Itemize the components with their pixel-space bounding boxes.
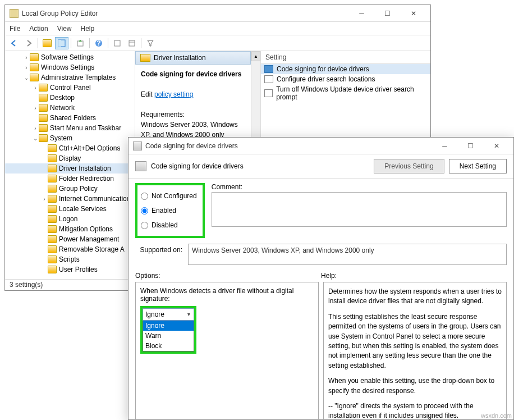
- setting-row[interactable]: Configure driver search locations: [261, 74, 430, 84]
- tree-item[interactable]: Shared Folders: [5, 113, 135, 123]
- tree-item[interactable]: Display: [5, 153, 135, 163]
- radio-enabled-label: Enabled: [152, 207, 176, 214]
- minimize-button[interactable]: ─: [349, 6, 374, 21]
- folder-icon: [48, 205, 57, 213]
- tree-item[interactable]: Locale Services: [5, 204, 135, 214]
- setting-row[interactable]: Turn off Windows Update device driver se…: [261, 84, 430, 102]
- dropdown-item-ignore[interactable]: Ignore: [143, 321, 194, 331]
- chevron-down-icon: ▼: [186, 312, 191, 317]
- radio-group-highlight: Not Configured Enabled Disabled: [135, 183, 205, 238]
- forward-button[interactable]: [22, 37, 35, 49]
- tree-item[interactable]: Removable Storage A: [5, 244, 135, 254]
- dropdown-list: Ignore Warn Block: [143, 321, 194, 351]
- svg-text:?: ?: [97, 39, 100, 47]
- tree-item[interactable]: ⌄System: [5, 133, 135, 143]
- tree-item[interactable]: ›Start Menu and Taskbar: [5, 123, 135, 133]
- collapse-icon[interactable]: ⌄: [32, 135, 39, 141]
- tree-item[interactable]: Scripts: [5, 254, 135, 264]
- tree-label: Network: [50, 104, 75, 112]
- tree-item[interactable]: Mitigation Options: [5, 224, 135, 234]
- comment-label: Comment:: [212, 183, 507, 191]
- tree-item[interactable]: Ctrl+Alt+Del Options: [5, 143, 135, 153]
- tree-item[interactable]: ›Control Panel: [5, 83, 135, 93]
- tree-item[interactable]: ›Windows Settings: [5, 62, 135, 72]
- tree-item[interactable]: Driver Installation: [5, 163, 135, 174]
- folder-icon: [48, 245, 57, 253]
- folder-icon: [48, 195, 57, 203]
- tree-pane[interactable]: ›Software Settings›Windows Settings⌄Admi…: [5, 51, 135, 279]
- tree-item[interactable]: ⌄Administrative Templates: [5, 72, 135, 83]
- tree-item[interactable]: ›Network: [5, 103, 135, 113]
- tree-item[interactable]: ›Internet Communication: [5, 194, 135, 204]
- folder-icon: [48, 215, 57, 223]
- column-header-setting[interactable]: Setting: [261, 51, 430, 64]
- help-text: This setting establishes the least secur…: [328, 312, 502, 371]
- folder-icon: [48, 165, 57, 172]
- folder-icon: [48, 144, 57, 152]
- folder-icon: [48, 225, 57, 233]
- maximize-button[interactable]: ☐: [375, 6, 400, 21]
- dropdown-item-warn[interactable]: Warn: [143, 331, 194, 341]
- menu-action[interactable]: Action: [29, 25, 48, 33]
- folder-icon: [39, 94, 48, 102]
- dropdown-selected: Ignore: [145, 311, 164, 318]
- tree-item[interactable]: Desktop: [5, 93, 135, 103]
- dropdown-item-block[interactable]: Block: [143, 341, 194, 351]
- expand-icon[interactable]: ›: [32, 125, 39, 131]
- dialog-title-bar[interactable]: Code signing for device drivers ─ ☐ ✕: [128, 138, 513, 154]
- radio-enabled[interactable]: [141, 207, 148, 214]
- tree-label: Mitigation Options: [59, 225, 113, 233]
- dialog-minimize-button[interactable]: ─: [432, 138, 457, 154]
- svg-rect-1: [58, 40, 61, 47]
- detail-header: Driver Installation: [135, 51, 251, 65]
- folder-icon: [48, 255, 57, 263]
- expand-icon[interactable]: ›: [23, 65, 30, 71]
- tree-item[interactable]: ›Software Settings: [5, 52, 135, 62]
- dialog-title: Code signing for device drivers: [145, 142, 432, 150]
- up-button[interactable]: [40, 37, 54, 49]
- tree-label: Control Panel: [50, 84, 91, 92]
- dialog-close-button[interactable]: ✕: [484, 138, 509, 154]
- help-text: When you enable this setting, use the dr…: [328, 376, 502, 396]
- radio-not-configured[interactable]: [141, 193, 148, 200]
- filter-options-button[interactable]: [125, 37, 139, 49]
- dialog-maximize-button[interactable]: ☐: [458, 138, 483, 154]
- close-button[interactable]: ✕: [401, 6, 426, 21]
- menu-file[interactable]: File: [10, 25, 20, 33]
- back-button[interactable]: [7, 37, 21, 49]
- expand-icon[interactable]: ›: [32, 85, 39, 91]
- expand-icon[interactable]: ›: [41, 196, 48, 202]
- show-hide-tree-button[interactable]: [55, 37, 68, 49]
- folder-icon: [30, 53, 39, 61]
- window-title: Local Group Policy Editor: [22, 10, 349, 17]
- radio-disabled[interactable]: [141, 222, 148, 229]
- title-bar[interactable]: Local Group Policy Editor ─ ☐ ✕: [5, 5, 430, 22]
- comment-textarea[interactable]: [212, 192, 507, 227]
- requirements-label: Requirements:: [141, 111, 185, 118]
- help-button[interactable]: ?: [92, 37, 105, 49]
- detail-header-text: Driver Installation: [154, 54, 206, 62]
- tree-item[interactable]: Folder Redirection: [5, 174, 135, 184]
- scroll-up-icon[interactable]: ▲: [251, 51, 260, 61]
- menu-help[interactable]: Help: [81, 25, 95, 33]
- expand-icon[interactable]: ›: [32, 105, 39, 111]
- next-setting-button[interactable]: Next Setting: [449, 159, 507, 174]
- radio-not-configured-label: Not Configured: [152, 192, 197, 200]
- properties-button[interactable]: [111, 37, 124, 49]
- filter-button[interactable]: [144, 37, 157, 49]
- export-button[interactable]: [74, 37, 87, 49]
- tree-item[interactable]: Logon: [5, 214, 135, 224]
- tree-label: Removable Storage A: [59, 245, 125, 253]
- tree-item[interactable]: Group Policy: [5, 184, 135, 194]
- setting-row[interactable]: Code signing for device drivers: [261, 64, 430, 74]
- expand-icon[interactable]: ›: [23, 54, 30, 61]
- edit-policy-link[interactable]: policy setting: [154, 90, 193, 98]
- options-panel: When Windows detects a driver file witho…: [135, 282, 319, 420]
- menu-view[interactable]: View: [57, 25, 72, 33]
- menu-bar: File Action View Help: [5, 22, 430, 35]
- collapse-icon[interactable]: ⌄: [23, 75, 30, 81]
- tree-item[interactable]: Power Management: [5, 234, 135, 244]
- signature-action-dropdown[interactable]: Ignore ▼: [143, 308, 194, 321]
- setting-label: Configure driver search locations: [277, 75, 375, 83]
- tree-item[interactable]: User Profiles: [5, 264, 135, 275]
